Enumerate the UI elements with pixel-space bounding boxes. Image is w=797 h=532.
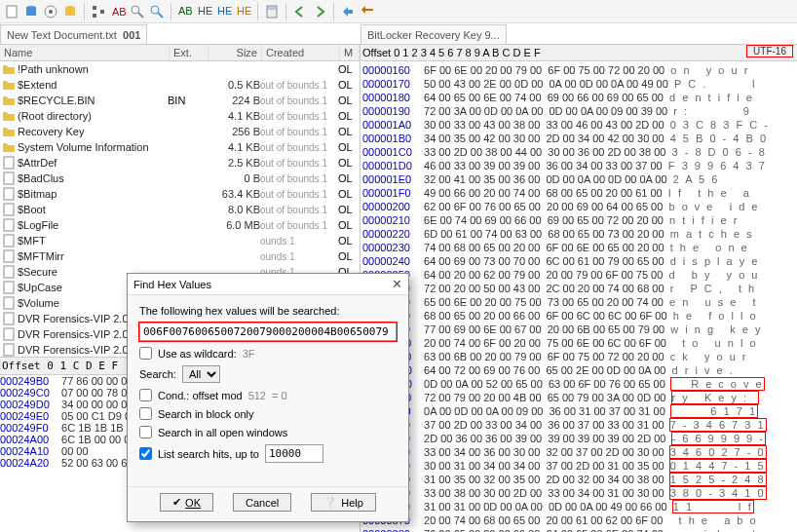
file-size: 256 B — [207, 126, 260, 137]
file-size: 8.0 KB — [207, 204, 260, 215]
left-tabs: New Text Document.txt 001 — [0, 23, 361, 45]
hex-line: 000002E0 72 00 79 00 20 00 4B 00 65 00 7… — [362, 391, 795, 404]
file-name: $Extend — [18, 79, 57, 91]
ab2-icon[interactable]: AB — [177, 4, 193, 19]
file-size: 63.4 KB — [207, 188, 260, 200]
arrow-right-icon[interactable] — [312, 4, 327, 19]
dialog-titlebar[interactable]: Find Hex Values ✕ — [128, 274, 408, 295]
separator — [171, 3, 171, 20]
search-icon[interactable] — [149, 4, 165, 19]
file-name: $LogFile — [18, 219, 58, 231]
arrow-left-icon[interactable] — [292, 4, 308, 19]
file-row[interactable]: (Root directory)4.1 KBout of bounds 1OL — [0, 108, 360, 124]
file-icon — [2, 343, 16, 357]
file-row[interactable]: $Bitmap63.4 KBout of bounds 1OL — [0, 186, 360, 202]
file-size: 6.0 MB — [207, 219, 260, 231]
vol2-icon[interactable] — [62, 4, 78, 19]
right-hex-header: Offset 0 1 2 3 4 5 6 7 8 9 A B C D E F U… — [361, 45, 797, 61]
wildcard-checkbox[interactable] — [139, 347, 152, 360]
back-icon[interactable] — [340, 4, 356, 19]
tree-icon[interactable] — [91, 4, 106, 19]
file-row[interactable]: $MFTounds 1OL — [0, 233, 360, 248]
separator — [333, 3, 334, 20]
hex-line: 00000320 33 00 34 00 36 00 30 00 32 00 3… — [362, 445, 795, 459]
hex1-icon[interactable]: HEX — [197, 4, 212, 19]
file-row[interactable]: $Boot8.0 KBout of bounds 1OL — [0, 202, 360, 217]
col-size[interactable]: Size — [209, 45, 262, 60]
ok-button[interactable]: ✔OK — [160, 493, 213, 512]
svg-text:HEX: HEX — [237, 5, 251, 17]
cancel-button[interactable]: Cancel — [233, 493, 291, 512]
col-ext[interactable]: Ext. — [170, 45, 209, 60]
hex-line: 000001C0 33 00 2D 00 38 00 44 00 30 00 3… — [362, 145, 795, 159]
hex-line: 00000360 31 00 31 00 0D 00 0A 00 0D 00 0… — [362, 500, 795, 513]
svg-text:HEX: HEX — [217, 5, 232, 17]
svg-rect-9 — [100, 10, 104, 14]
search-direction-select[interactable]: All — [182, 365, 220, 383]
calc-icon[interactable] — [264, 4, 280, 19]
search-label: Search: — [139, 368, 176, 380]
file-row[interactable]: $LogFile6.0 MBout of bounds 1OL — [0, 217, 360, 233]
search-hex-icon[interactable] — [130, 4, 145, 19]
file-icon — [2, 78, 16, 92]
svg-rect-7 — [93, 6, 96, 10]
list-hits-label: List search hits, up to — [158, 448, 259, 460]
encoding-badge[interactable]: UTF-16 — [746, 45, 793, 57]
file-row[interactable]: !Path unknownOL — [0, 61, 360, 77]
help-button[interactable]: ❔Help — [311, 493, 376, 512]
all-windows-label: Search in all open windows — [158, 427, 287, 438]
ab-icon[interactable]: AB — [110, 4, 126, 19]
file-m: OL — [338, 126, 358, 137]
hex-search-input[interactable] — [139, 323, 397, 341]
file-created: ounds 1 — [260, 236, 338, 247]
file-row[interactable]: Recovery Key256 Bout of bounds 1OL — [0, 124, 360, 139]
file-row[interactable]: $RECYCLE.BINBIN224 Bout of bounds 1OL — [0, 93, 360, 108]
cond-checkbox[interactable] — [139, 389, 152, 401]
file-created: out of bounds 1 — [260, 205, 338, 215]
file-m: OL — [338, 110, 358, 122]
open-disk-icon[interactable] — [43, 4, 58, 19]
tab-right[interactable]: BitLocker Recovery Key 9... — [361, 24, 507, 44]
hex-line: 00000380 76 00 65 00 20 00 69 00 64 00 6… — [362, 527, 795, 532]
file-row[interactable]: System Volume Information4.1 KBout of bo… — [0, 139, 360, 155]
file-row[interactable]: $Extend0.5 KBout of bounds 1OL — [0, 77, 360, 93]
svg-rect-25 — [4, 219, 14, 231]
hex2-icon[interactable]: HEX — [216, 4, 232, 19]
separator — [285, 3, 286, 20]
file-size: 2.5 KB — [207, 157, 260, 169]
separator — [84, 3, 85, 20]
col-name[interactable]: Name — [0, 45, 170, 60]
file-row[interactable]: $AttrDef2.5 KBout of bounds 1OL — [0, 155, 360, 171]
right-hex-body[interactable]: 00000160 6F 00 6E 00 20 00 79 00 6F 00 7… — [361, 61, 797, 532]
tab-left[interactable]: New Text Document.txt 001 — [0, 24, 147, 44]
hex-line: 000002D0 0D 00 0A 00 52 00 65 00 63 00 6… — [362, 377, 795, 391]
svg-rect-26 — [4, 235, 14, 247]
list-hits-checkbox[interactable] — [139, 447, 152, 460]
all-windows-checkbox[interactable] — [139, 426, 152, 438]
hex-line: 00000240 64 00 69 00 73 00 70 00 6C 00 6… — [362, 254, 795, 268]
cond-label: Cond.: offset mod — [158, 390, 243, 401]
file-row[interactable]: $MFTMirrounds 1OL — [0, 248, 360, 264]
hexd-icon[interactable]: HEX — [236, 4, 251, 19]
close-icon[interactable]: ✕ — [392, 277, 402, 291]
file-m: OL — [338, 141, 358, 153]
file-name: $Secure — [18, 266, 57, 278]
block-only-checkbox[interactable] — [139, 407, 152, 420]
svg-rect-6 — [65, 8, 75, 16]
col-m[interactable]: M — [340, 45, 360, 60]
wildcard-value: 3F — [243, 348, 255, 360]
file-m: OL — [338, 172, 358, 184]
new-doc-icon[interactable] — [4, 4, 19, 19]
cond-mod: 512 — [248, 390, 266, 401]
arrow-lr-icon[interactable] — [360, 4, 375, 19]
list-hits-input[interactable] — [265, 444, 323, 463]
svg-text:AB: AB — [178, 5, 193, 17]
open-vol-icon[interactable] — [23, 4, 39, 19]
file-icon — [2, 312, 16, 325]
file-row[interactable]: $BadClus0 Bout of bounds 1OL — [0, 171, 360, 186]
hex-line: 000001D0 46 00 33 00 39 00 39 00 36 00 3… — [362, 159, 795, 172]
hex-line: 00000370 20 00 74 00 68 00 65 00 20 00 6… — [362, 513, 795, 527]
col-created[interactable]: Created — [262, 45, 340, 60]
file-icon — [2, 171, 16, 185]
svg-line-14 — [158, 13, 163, 18]
